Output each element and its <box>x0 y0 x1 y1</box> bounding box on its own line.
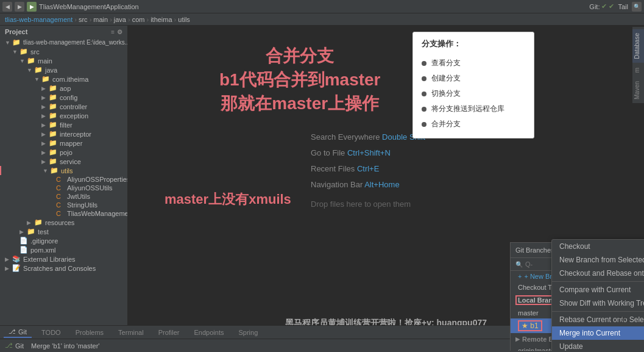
folder-icon: 📁 <box>49 130 58 138</box>
breadcrumb-item-1[interactable]: tlias-web-management <box>5 16 73 23</box>
tree-item-mapper[interactable]: ▶ 📁 mapper <box>0 138 127 148</box>
git-status: Git: ✔ ✔ <box>589 2 614 10</box>
branch-panel-item-2[interactable]: 创建分支 <box>422 71 525 86</box>
tab-git[interactable]: ⎇ Git <box>4 327 32 338</box>
git-branch-indicator[interactable]: ⎇ Git <box>5 342 24 350</box>
menu-update[interactable]: Update <box>552 340 644 351</box>
right-tab-database[interactable]: Database <box>632 29 644 63</box>
bullet-5 <box>422 122 426 127</box>
branch-panel-item-5[interactable]: 合并分支 <box>422 117 525 132</box>
menu-rebase[interactable]: Rebase Current onto Selected <box>552 313 644 326</box>
annotation-line1: 合并分支 <box>219 44 381 68</box>
back-button[interactable]: ◀ <box>2 2 12 12</box>
tree-label: JwtUtils <box>67 193 90 200</box>
arrow-icon: ▶ <box>41 159 49 165</box>
file-icon: 📄 <box>19 246 29 254</box>
libs-icon: 📚 <box>12 255 22 263</box>
shortcut-nav: Alt+Home <box>364 180 399 189</box>
menu-merge[interactable]: Merge into Current <box>552 326 644 340</box>
tree-item-string-utils[interactable]: C StringUtils <box>0 201 127 209</box>
tree-label: .gitignore <box>30 237 58 245</box>
menu-checkout[interactable]: Checkout <box>552 240 644 253</box>
sidebar-icon-1[interactable]: ≡ <box>111 29 115 35</box>
tree-item-gitignore[interactable]: 📄 .gitignore <box>0 236 127 245</box>
arrow-icon: ▶ <box>5 265 12 271</box>
tree-item-test[interactable]: ▶ 📁 test <box>0 227 127 236</box>
search-button[interactable]: 🔍 <box>632 2 642 12</box>
arrow-icon: ▶ <box>41 149 49 156</box>
tree-item-aop[interactable]: ▶ 📁 aop <box>0 84 127 93</box>
tree-item-interceptor[interactable]: ▶ 📁 interceptor <box>0 129 127 138</box>
tree-item-pom[interactable]: 📄 pom.xml <box>0 245 127 254</box>
breadcrumb-item-2[interactable]: src <box>79 16 88 23</box>
tree-item-root[interactable]: ▼ 📁 tlias-web-management E:\idea_works..… <box>0 38 127 47</box>
breadcrumb-item-6[interactable]: itheima <box>150 16 172 23</box>
sep5: › <box>146 16 149 23</box>
tree-item-service[interactable]: ▶ 📁 service <box>0 157 127 166</box>
git-tab-icon: ⎇ <box>9 328 16 335</box>
tab-terminal[interactable]: Terminal <box>113 328 149 337</box>
tree-label: AliyunOSSProperties <box>67 176 128 183</box>
tab-spring[interactable]: Spring <box>233 328 263 337</box>
tab-problems[interactable]: Problems <box>71 328 108 337</box>
run-button[interactable]: ▶ <box>27 2 37 12</box>
menu-compare[interactable]: Compare with Current <box>552 283 644 296</box>
tree-item-filter[interactable]: ▶ 📁 filter <box>0 120 127 129</box>
sidebar-header: Project ≡ ⚙ <box>0 26 127 38</box>
tree-item-com[interactable]: ▼ 📁 com.itheima <box>0 74 127 84</box>
menu-sep-2 <box>552 311 644 312</box>
menu-show-diff[interactable]: Show Diff with Working Tree <box>552 296 644 310</box>
tree-item-java[interactable]: ▼ 📁 java <box>0 65 127 74</box>
hint-area: Search Everywhere Double Shift Go to Fil… <box>311 129 425 193</box>
branch-panel-title: 分支操作： <box>422 38 525 49</box>
breadcrumb-item-5[interactable]: com <box>132 16 145 23</box>
tree-label: resources <box>45 219 74 226</box>
tree-item-jwt[interactable]: C JwtUtils <box>0 192 127 201</box>
sep4: › <box>128 16 130 23</box>
branch-panel-item-4[interactable]: 将分支推送到远程仓库 <box>422 101 525 117</box>
endpoints-tab-label: Endpoints <box>194 329 224 336</box>
tree-label: StringUtils <box>67 201 97 209</box>
menu-new-branch[interactable]: New Branch from Selected... <box>552 253 644 267</box>
breadcrumb-item-7[interactable]: utils <box>178 16 190 23</box>
menu-checkout-rebase[interactable]: Checkout and Rebase onto Current <box>552 267 644 280</box>
right-tab-maven[interactable]: Maven <box>632 77 644 103</box>
tree-label: com.itheima <box>52 76 88 83</box>
tree-item-external-libs[interactable]: ▶ 📚 External Libraries <box>0 254 127 264</box>
tab-todo[interactable]: TODO <box>37 328 66 337</box>
menu-sep-1 <box>552 281 644 282</box>
tab-profiler[interactable]: Profiler <box>154 328 185 337</box>
tree-item-utils[interactable]: ▼ 📁 utils <box>0 166 127 175</box>
forward-button[interactable]: ▶ <box>15 2 24 12</box>
tree-item-main[interactable]: ▼ 📁 main <box>0 56 127 65</box>
master-label: master <box>518 309 539 317</box>
sidebar-icon-2[interactable]: ⚙ <box>117 29 122 35</box>
breadcrumb-item-3[interactable]: main <box>93 16 108 23</box>
tree-item-controller[interactable]: ▶ 📁 controller <box>0 102 127 111</box>
tab-endpoints[interactable]: Endpoints <box>189 328 229 337</box>
tree-label: service <box>60 158 81 165</box>
tree-item-exception[interactable]: ▶ 📁 exception <box>0 111 127 120</box>
tree-item-src[interactable]: ▼ 📁 src <box>0 47 127 56</box>
b1-star-icon: ★ b1 <box>518 320 542 331</box>
tree-label: filter <box>60 121 73 129</box>
breadcrumb-item-4[interactable]: java <box>114 16 126 23</box>
tree-item-resources[interactable]: ▶ 📁 resources <box>0 218 127 227</box>
content-area: 合并分支 b1代码合并到master 那就在master上操作 master上没… <box>128 26 644 351</box>
tree-item-config[interactable]: ▶ 📁 config <box>0 93 127 102</box>
branch-panel-item-3[interactable]: 切换分支 <box>422 86 525 101</box>
tree-item-tlias-app[interactable]: C TliasWebManagementApp... <box>0 209 127 218</box>
tail-label: Tail <box>618 3 628 10</box>
arrow-icon: ▼ <box>5 40 12 46</box>
arrow-icon: ▶ <box>41 104 49 110</box>
tree-item-scratches[interactable]: ▶ 📝 Scratches and Consoles <box>0 264 127 273</box>
branch-panel-item-1[interactable]: 查看分支 <box>422 56 525 71</box>
folder-icon: 📁 <box>49 139 58 147</box>
arrow-icon: ▼ <box>27 67 34 73</box>
sidebar: Project ≡ ⚙ ▼ 📁 tlias-web-management E:\… <box>0 26 128 351</box>
tree-item-aliyun-oss-utils[interactable]: C AliyunOSSUtils <box>0 184 127 192</box>
right-tab-m[interactable]: m <box>632 64 644 76</box>
tree-item-aliyun-oss-props[interactable]: C AliyunOSSProperties <box>0 175 127 184</box>
sidebar-header-icons: ≡ ⚙ <box>111 29 122 35</box>
tree-item-pojo[interactable]: ▶ 📁 pojo <box>0 148 127 157</box>
